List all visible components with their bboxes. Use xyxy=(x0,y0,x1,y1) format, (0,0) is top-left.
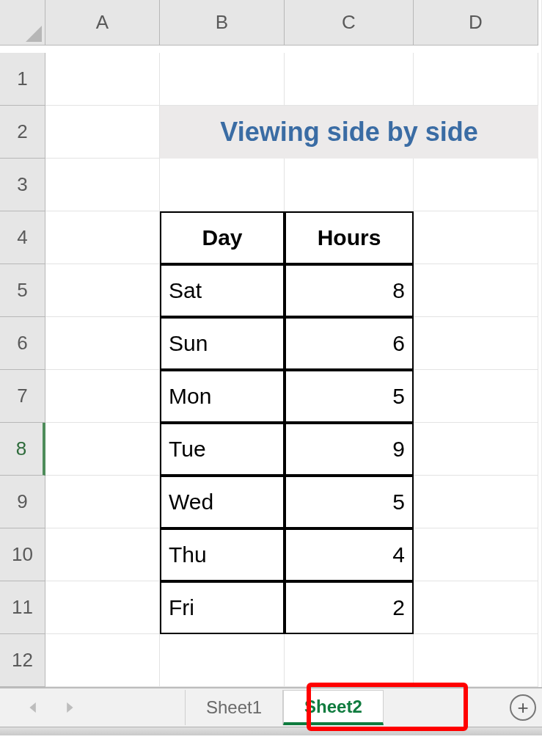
sheet-title-cell[interactable]: Viewing side by side xyxy=(160,106,538,159)
cell[interactable] xyxy=(45,581,160,634)
cell[interactable] xyxy=(45,423,160,476)
table-row[interactable]: Sun xyxy=(160,317,285,370)
add-sheet-button[interactable]: + xyxy=(510,694,536,721)
row-header-5[interactable]: 5 xyxy=(0,264,45,317)
cell[interactable] xyxy=(414,370,538,423)
row-header-7[interactable]: 7 xyxy=(0,370,45,423)
table-row[interactable]: 4 xyxy=(285,528,414,581)
cell[interactable] xyxy=(285,159,414,211)
cell[interactable] xyxy=(414,581,538,634)
col-header-B[interactable]: B xyxy=(160,0,285,46)
cell[interactable] xyxy=(160,159,285,211)
col-header-A[interactable]: A xyxy=(45,0,160,46)
row-header-10[interactable]: 10 xyxy=(0,528,45,581)
cell[interactable] xyxy=(45,106,160,159)
cell[interactable] xyxy=(45,317,160,370)
tab-prev-icon[interactable] xyxy=(19,693,48,722)
row-header-8[interactable]: 8 xyxy=(0,423,45,476)
svg-marker-0 xyxy=(29,702,35,713)
tab-next-icon[interactable] xyxy=(54,693,84,722)
table-row[interactable]: Mon xyxy=(160,370,285,423)
table-row[interactable]: Wed xyxy=(160,476,285,528)
table-header-day[interactable]: Day xyxy=(160,211,285,264)
row-header-12[interactable]: 12 xyxy=(0,634,45,687)
table-header-hours[interactable]: Hours xyxy=(285,211,414,264)
cell[interactable] xyxy=(414,264,538,317)
cell[interactable] xyxy=(45,370,160,423)
sheet-tab-bar: Sheet1 Sheet2 + xyxy=(0,687,542,727)
row-header-3[interactable]: 3 xyxy=(0,159,45,211)
cell[interactable] xyxy=(160,634,285,687)
col-header-D[interactable]: D xyxy=(414,0,538,46)
cell[interactable] xyxy=(45,264,160,317)
cell[interactable] xyxy=(414,423,538,476)
row-header-1[interactable]: 1 xyxy=(0,53,45,106)
row-header-6[interactable]: 6 xyxy=(0,317,45,370)
table-row[interactable]: 6 xyxy=(285,317,414,370)
horizontal-scrollbar[interactable] xyxy=(0,727,542,735)
cell[interactable] xyxy=(414,211,538,264)
select-all-triangle-icon xyxy=(26,26,42,42)
table-row[interactable]: Tue xyxy=(160,423,285,476)
table-row[interactable]: Fri xyxy=(160,581,285,634)
cell[interactable] xyxy=(414,159,538,211)
cell[interactable] xyxy=(45,476,160,528)
sheet-tab[interactable]: Sheet1 xyxy=(185,690,283,725)
cell[interactable] xyxy=(414,634,538,687)
row-header-4[interactable]: 4 xyxy=(0,211,45,264)
row-header-9[interactable]: 9 xyxy=(0,476,45,528)
table-row[interactable]: 9 xyxy=(285,423,414,476)
cell[interactable] xyxy=(285,53,414,106)
table-row[interactable]: Thu xyxy=(160,528,285,581)
table-row[interactable]: Sat xyxy=(160,264,285,317)
select-all-corner[interactable] xyxy=(0,0,45,46)
row-header-11[interactable]: 11 xyxy=(0,581,45,634)
table-row[interactable]: 8 xyxy=(285,264,414,317)
col-header-C[interactable]: C xyxy=(285,0,414,46)
svg-marker-1 xyxy=(67,702,73,713)
cell[interactable] xyxy=(160,53,285,106)
cell[interactable] xyxy=(45,528,160,581)
cell[interactable] xyxy=(45,159,160,211)
sheet-tab-active[interactable]: Sheet2 xyxy=(283,690,384,725)
row-header-2[interactable]: 2 xyxy=(0,106,45,159)
cell[interactable] xyxy=(45,211,160,264)
table-row[interactable]: 2 xyxy=(285,581,414,634)
spreadsheet-grid: A B C D 1 2 3 4 5 6 7 8 9 10 11 12 Viewi… xyxy=(0,0,542,687)
cell[interactable] xyxy=(45,53,160,106)
cell[interactable] xyxy=(414,476,538,528)
table-row[interactable]: 5 xyxy=(285,476,414,528)
plus-icon: + xyxy=(517,698,528,717)
cell[interactable] xyxy=(414,53,538,106)
cell[interactable] xyxy=(414,528,538,581)
cell[interactable] xyxy=(285,634,414,687)
cell[interactable] xyxy=(414,317,538,370)
cell[interactable] xyxy=(45,634,160,687)
table-row[interactable]: 5 xyxy=(285,370,414,423)
